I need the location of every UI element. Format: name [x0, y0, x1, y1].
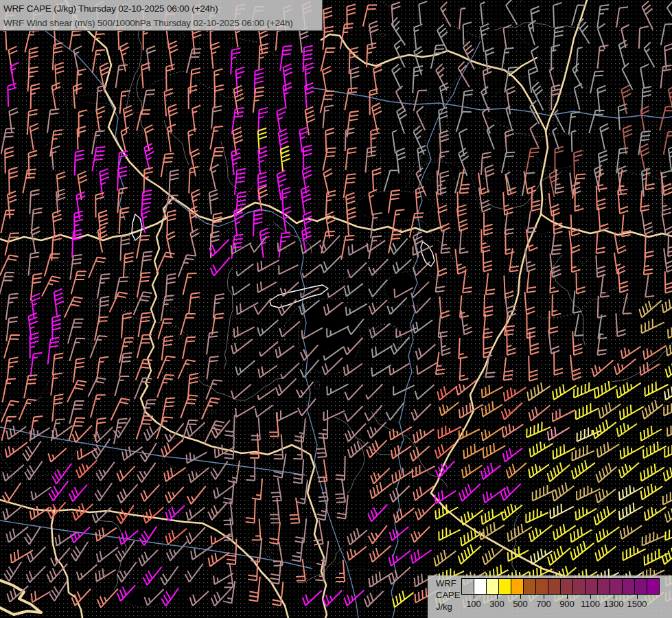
cape-swatch	[511, 578, 524, 595]
cape-swatch	[474, 578, 487, 595]
cape-swatch	[597, 578, 610, 595]
weather-map-screen: WRF CAPE (J/kg) Thursday 02-10-2025 06:0…	[0, 0, 672, 618]
legend-label: WRF CAPE J/kg	[436, 577, 460, 613]
cape-swatch	[610, 578, 623, 595]
cape-swatch	[461, 578, 474, 595]
title-line-shear: WRF Wind shear (m/s) 500/1000hPa Thursda…	[3, 16, 318, 30]
legend-label-model: WRF	[436, 577, 460, 589]
cape-swatch	[572, 578, 586, 595]
cape-swatch	[548, 578, 561, 595]
cape-swatch	[634, 578, 647, 595]
cape-swatch	[486, 578, 499, 595]
tick-label: 1500	[622, 599, 652, 609]
cape-legend: WRF CAPE J/kg 10030050070090011001300150…	[428, 575, 672, 618]
title-box: WRF CAPE (J/kg) Thursday 02-10-2025 06:0…	[0, 0, 323, 31]
cape-swatch	[498, 578, 511, 595]
weather-map	[0, 0, 672, 618]
cape-swatch	[585, 578, 598, 595]
legend-label-variable: CAPE	[436, 589, 460, 601]
cape-swatch	[622, 578, 635, 595]
legend-label-unit: J/kg	[436, 601, 460, 613]
cape-swatch	[535, 578, 548, 595]
cape-colorbar	[462, 578, 660, 595]
cape-swatch	[523, 578, 536, 595]
cape-swatch	[647, 578, 660, 595]
title-line-cape: WRF CAPE (J/kg) Thursday 02-10-2025 06:0…	[3, 1, 318, 16]
cape-swatch	[560, 578, 573, 595]
